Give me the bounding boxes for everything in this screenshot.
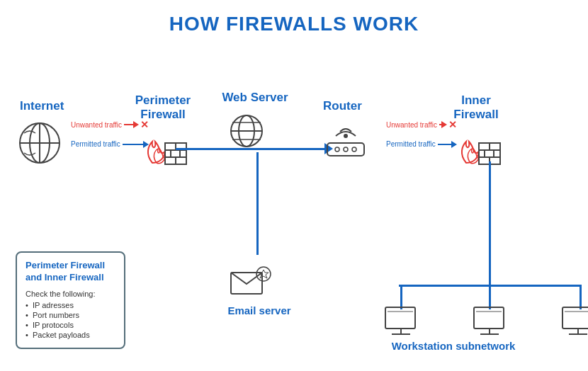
info-item-1: IP adresses	[26, 301, 115, 309]
permitted-traffic-label-left: Permitted traffic	[71, 140, 120, 148]
email-label: Email server	[224, 304, 295, 316]
unwanted-traffic-label-right: Unwanted traffic	[386, 121, 437, 129]
info-box-list: IP adresses Port numbers IP protocols Pa…	[26, 301, 115, 339]
workstation-3-icon	[559, 304, 588, 340]
svg-rect-22	[479, 150, 500, 157]
info-box-title: Perimeter Firewall and Inner Firewall	[26, 260, 115, 284]
page-title: HOW FIREWALLS WORK	[0, 0, 588, 35]
svg-point-16	[344, 134, 348, 138]
svg-rect-38	[562, 307, 588, 329]
email-icon	[228, 266, 276, 304]
info-item-3: IP protocols	[26, 321, 115, 329]
info-box: Perimeter Firewall and Inner Firewall Ch…	[16, 251, 125, 349]
perimeter-label: Perimeter Firewall	[124, 93, 202, 122]
center-arrow	[176, 143, 333, 154]
vertical-right-line	[489, 161, 491, 285]
svg-point-18	[335, 147, 339, 152]
info-item-4: Packet payloads	[26, 331, 115, 339]
inner-label: Inner Firewall	[437, 93, 515, 122]
workstation-2-icon	[470, 304, 509, 340]
info-item-2: Port numbers	[26, 311, 115, 319]
info-box-subtitle: Check the following:	[26, 290, 115, 298]
svg-rect-17	[327, 143, 364, 156]
router-label: Router	[323, 99, 362, 113]
vertical-center-line	[256, 152, 259, 255]
svg-rect-30	[385, 307, 415, 329]
workstation-label: Workstation subnetwork	[383, 340, 524, 352]
internet-icon	[16, 119, 64, 167]
unwanted-traffic-label-left: Unwanted traffic	[71, 121, 122, 129]
permitted-traffic-label-right: Permitted traffic	[386, 140, 436, 148]
svg-point-20	[352, 147, 356, 152]
internet-label: Internet	[20, 99, 64, 113]
traffic-right: Unwanted traffic ✕ Permitted traffic	[386, 119, 457, 152]
traffic-left: Unwanted traffic ✕ Permitted traffic	[71, 119, 149, 152]
inner-icon	[452, 126, 503, 169]
workstation-1-icon	[382, 304, 421, 340]
svg-rect-34	[474, 307, 504, 329]
svg-point-19	[344, 147, 348, 152]
webserver-label: Web Server	[220, 91, 290, 105]
router-icon	[320, 119, 371, 163]
